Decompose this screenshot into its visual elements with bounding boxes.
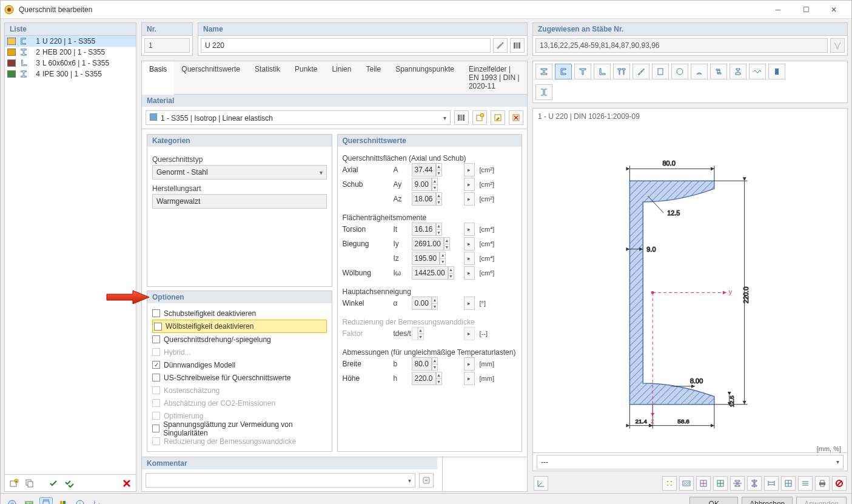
profile-solid-button[interactable]: [768, 64, 785, 79]
apply-button-icon[interactable]: ▸: [464, 357, 475, 371]
assigned-pick-button[interactable]: [830, 38, 845, 53]
checkbox[interactable]: [152, 374, 160, 381]
apply-button-icon[interactable]: ▸: [464, 178, 475, 191]
profile-doubleT-button[interactable]: [613, 64, 630, 79]
profile-L-button[interactable]: [594, 64, 611, 79]
apply-button-icon[interactable]: ▸: [464, 266, 475, 280]
delete-section-button[interactable]: [120, 477, 133, 490]
profile-Z-button[interactable]: [710, 64, 727, 79]
list-item[interactable]: 4IPE 300 | 1 - S355: [5, 69, 136, 79]
check-all-button[interactable]: [63, 477, 76, 490]
view-I-local-button[interactable]: [747, 476, 762, 491]
list-item[interactable]: 3L 60x60x6 | 1 - S355: [5, 58, 136, 69]
tab-statistik[interactable]: Statistik: [247, 61, 287, 94]
view-axes2-button[interactable]: [713, 476, 728, 491]
option-row[interactable]: Spannungsglättung zur Vermeidung von Sin…: [152, 422, 327, 435]
profile-O-button[interactable]: [671, 64, 688, 79]
stepper[interactable]: ▲▼: [432, 178, 438, 191]
view-axes1-button[interactable]: [696, 476, 711, 491]
comment-input[interactable]: ▾: [146, 473, 415, 488]
dimensions-toggle[interactable]: [39, 497, 53, 505]
script-button[interactable]: i: [90, 497, 104, 505]
stepper[interactable]: ▲▼: [432, 357, 438, 371]
option-row[interactable]: US-Schreibweise für Querschnittswerte: [152, 371, 327, 384]
material-edit-button[interactable]: [491, 110, 505, 125]
option-row[interactable]: ✓Dünnwandiges Modell: [152, 358, 327, 371]
prop-value[interactable]: 2691.00: [412, 237, 444, 250]
profile-T-button[interactable]: [574, 64, 591, 79]
prop-value[interactable]: 16.16: [412, 223, 436, 236]
reset-view-button[interactable]: [832, 476, 847, 491]
tab-teile[interactable]: Teile: [358, 61, 388, 94]
profile-doubleU-button[interactable]: [535, 84, 552, 100]
material-delete-button[interactable]: [509, 110, 523, 125]
prop-value[interactable]: 220.0: [412, 372, 436, 385]
list-item[interactable]: 2HEB 200 | 1 - S355: [5, 47, 136, 58]
profile-U-button[interactable]: [555, 64, 572, 79]
checkbox[interactable]: [152, 425, 159, 432]
prop-value[interactable]: 18.06: [412, 192, 436, 206]
tab-punkte[interactable]: Punkte: [287, 61, 324, 94]
maximize-button[interactable]: ☐: [792, 1, 820, 19]
tab-querschnittswerte[interactable]: Querschnittswerte: [174, 61, 247, 94]
type-select[interactable]: Genormt - Stahl ▾: [152, 165, 327, 180]
checkbox[interactable]: [152, 309, 160, 317]
apply-button-icon[interactable]: ▸: [464, 252, 475, 265]
tab-spannungspunkte[interactable]: Spannungspunkte: [388, 61, 461, 94]
checkbox[interactable]: ✓: [152, 361, 160, 369]
stepper[interactable]: ▲▼: [436, 163, 442, 176]
profile-rail-button[interactable]: [730, 64, 746, 79]
stepper[interactable]: ▲▼: [444, 237, 450, 250]
prop-value[interactable]: 14425.00: [412, 266, 448, 280]
tab-linien[interactable]: Linien: [324, 61, 358, 94]
list-item[interactable]: 1U 220 | 1 - S355: [5, 36, 136, 47]
profile-corrugated-button[interactable]: [749, 64, 766, 79]
check-apply-button[interactable]: [47, 477, 61, 490]
stepper[interactable]: ▲▼: [448, 266, 454, 280]
section-list[interactable]: 1U 220 | 1 - S3552HEB 200 | 1 - S3553L 6…: [5, 36, 136, 474]
apply-button-icon[interactable]: ▸: [464, 192, 475, 206]
view-values-button[interactable]: 100: [679, 476, 694, 491]
view-grid-button[interactable]: [781, 476, 796, 491]
stepper[interactable]: ▲▼: [436, 223, 442, 236]
cancel-button[interactable]: Abbrechen: [742, 497, 793, 505]
prop-value[interactable]: 37.44: [412, 163, 436, 176]
option-row[interactable]: Querschnittsdrehung/-spiegelung: [152, 333, 327, 346]
view-dimensions-button[interactable]: [764, 476, 779, 491]
prop-value[interactable]: 9.00: [412, 178, 432, 191]
stepper[interactable]: ▲▼: [432, 297, 438, 310]
units-button[interactable]: 0,00: [22, 497, 36, 505]
name-library-button[interactable]: [510, 38, 525, 53]
apply-button-icon[interactable]: ▸: [464, 163, 475, 176]
profile-halfO-button[interactable]: [691, 64, 708, 79]
copy-section-button[interactable]: [23, 477, 36, 490]
tab-einzelfelder-en-1993-din-2020-11[interactable]: Einzelfelder | EN 1993 | DIN | 2020-11: [461, 61, 527, 94]
material-new-button[interactable]: [472, 110, 487, 125]
preview-select[interactable]: ---▾: [537, 455, 844, 469]
stepper[interactable]: ▲▼: [440, 252, 446, 265]
apply-button-icon[interactable]: ▸: [464, 237, 475, 250]
new-section-button[interactable]: +: [7, 477, 21, 490]
name-input[interactable]: U 220: [201, 38, 491, 53]
name-pick-button[interactable]: [493, 38, 508, 53]
apply-button-icon[interactable]: ▸: [464, 372, 475, 385]
comment-attach-button[interactable]: [419, 473, 434, 488]
profile-I-button[interactable]: [535, 64, 552, 79]
close-button[interactable]: ✕: [820, 1, 848, 19]
tab-basis[interactable]: Basis: [142, 61, 174, 95]
prop-value[interactable]: 0.00: [412, 297, 432, 310]
view-option-1[interactable]: [662, 476, 677, 491]
info-button[interactable]: i: [73, 497, 87, 505]
profile-box-button[interactable]: [652, 64, 669, 79]
profile-angle2-button[interactable]: [632, 64, 649, 79]
prop-value[interactable]: 80.0: [412, 357, 432, 371]
color-legend-button[interactable]: [56, 497, 70, 505]
view-I-principal-button[interactable]: [730, 476, 745, 491]
ok-button[interactable]: OK: [689, 497, 738, 505]
material-library-button[interactable]: [454, 110, 469, 125]
option-row[interactable]: Schubsteifigkeit deaktivieren: [152, 307, 327, 320]
apply-button-icon[interactable]: ▸: [464, 297, 475, 310]
apply-button-icon[interactable]: ▸: [464, 223, 475, 236]
option-row[interactable]: Wölbsteifigkeit deaktivieren: [152, 320, 327, 333]
minimize-button[interactable]: ─: [764, 1, 792, 19]
